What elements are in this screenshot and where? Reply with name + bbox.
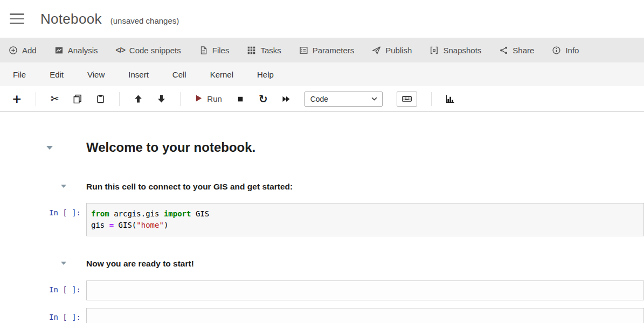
toolbar-divider [119, 92, 120, 106]
ribbon-item-label: Tasks [260, 46, 281, 55]
code-input-area[interactable] [86, 308, 644, 323]
copy-cell-button[interactable] [73, 94, 82, 103]
markdown-cell[interactable]: Now you are ready to start! [86, 258, 644, 269]
code-input-area[interactable] [86, 280, 644, 300]
ribbon-item-tasks[interactable]: Tasks [247, 46, 281, 55]
publish-icon [372, 46, 381, 55]
parameters-icon [299, 46, 308, 55]
toolbar-divider [180, 92, 181, 106]
cell-gutter [0, 139, 86, 156]
ribbon-item-label: Parameters [313, 46, 355, 55]
ribbon-item-info[interactable]: Info [552, 46, 579, 55]
section-title: Now you are ready to start! [86, 258, 644, 269]
ribbon-item-label: Publish [385, 46, 412, 55]
collapse-caret-icon[interactable] [61, 185, 66, 188]
input-prompt: In [ ]: [49, 208, 81, 217]
ribbon-item-label: Snapshots [443, 46, 481, 55]
input-prompt: In [ ]: [49, 285, 81, 294]
markdown-cell[interactable]: Welcome to your notebook. [86, 139, 644, 156]
scissors-icon: ✂ [50, 94, 59, 104]
markdown-subheading-row: Now you are ready to start! [0, 258, 644, 269]
markdown-heading-row: Welcome to your notebook. [0, 139, 644, 156]
run-cell-button[interactable]: Run [195, 94, 222, 103]
ribbon-item-files[interactable]: Files [199, 46, 230, 55]
files-icon [199, 46, 208, 55]
snapshots-icon [430, 46, 439, 55]
section-title: Run this cell to connect to your GIS and… [86, 181, 644, 192]
unsaved-changes-label: (unsaved changes) [110, 12, 179, 25]
ribbon-item-add[interactable]: Add [9, 46, 37, 55]
page-title: Notebook [40, 11, 102, 27]
code-cell-row: In [ ]: [0, 308, 644, 323]
ribbon-item-label: Code snippets [129, 46, 181, 55]
ribbon-item-share[interactable]: Share [499, 46, 534, 55]
move-cell-down-button[interactable] [157, 94, 166, 103]
chevron-down-icon [371, 97, 377, 101]
restart-kernel-button[interactable]: ↻ [259, 94, 268, 104]
code-line: from arcgis.gis import GIS [91, 208, 639, 220]
ribbon-item-parameters[interactable]: Parameters [299, 46, 355, 55]
ribbon-item-label: Info [565, 46, 579, 55]
menu-cell[interactable]: Cell [171, 68, 188, 81]
clipboard-icon [96, 94, 105, 103]
paste-cell-button[interactable] [96, 94, 105, 103]
cell-gutter: In [ ]: [0, 308, 86, 323]
markdown-subheading-row: Run this cell to connect to your GIS and… [0, 181, 644, 192]
arrow-up-icon [134, 94, 143, 103]
menu-help[interactable]: Help [256, 68, 275, 81]
arrow-down-icon [157, 94, 166, 103]
keyboard-icon [401, 94, 412, 103]
cell-gutter [0, 181, 86, 192]
ribbon-item-analysis[interactable]: Analysis [54, 46, 98, 55]
share-icon [499, 46, 508, 55]
command-palette-button[interactable] [397, 92, 417, 107]
plus-icon: + [12, 93, 22, 105]
cell-toolbar-button[interactable] [446, 94, 455, 103]
input-prompt: In [ ]: [49, 313, 81, 321]
cell-gutter: In [ ]: [0, 203, 86, 236]
code-input-area[interactable]: from arcgis.gis import GIS gis = GIS("ho… [86, 203, 644, 236]
menu-edit[interactable]: Edit [49, 68, 65, 81]
ribbon-item-code-snippets[interactable]: </> Code snippets [116, 46, 181, 55]
code-line: gis = GIS("home") [91, 220, 639, 231]
ribbon-item-snapshots[interactable]: Snapshots [430, 46, 481, 55]
app-header: Notebook (unsaved changes) [0, 0, 644, 38]
add-cell-button[interactable]: + [12, 93, 22, 105]
collapse-caret-icon[interactable] [46, 146, 53, 150]
copy-icon [73, 94, 82, 103]
cut-cell-button[interactable]: ✂ [50, 94, 59, 104]
markdown-cell[interactable]: Run this cell to connect to your GIS and… [86, 181, 644, 192]
move-cell-up-button[interactable] [134, 94, 143, 103]
notebook-toolbar: + ✂ [0, 86, 644, 112]
ribbon-item-label: Share [513, 46, 534, 55]
ribbon-item-label: Files [212, 46, 230, 55]
toolbar-divider [36, 92, 36, 106]
notebook-app: Notebook (unsaved changes) Add Analysis … [0, 0, 644, 323]
menu-kernel[interactable]: Kernel [209, 68, 234, 81]
code-cell-row: In [ ]: [0, 280, 644, 300]
add-icon [9, 46, 18, 55]
run-label: Run [207, 95, 222, 103]
hamburger-menu-icon[interactable] [10, 13, 24, 24]
ribbon-toolbar: Add Analysis </> Code snippets Files Tas… [0, 38, 644, 62]
menu-view[interactable]: View [86, 68, 106, 81]
toolbar-divider [431, 92, 432, 106]
menu-file[interactable]: File [12, 68, 27, 81]
restart-icon: ↻ [259, 94, 268, 104]
ribbon-item-publish[interactable]: Publish [372, 46, 412, 55]
ribbon-item-label: Add [22, 46, 37, 55]
info-icon [552, 46, 561, 55]
cell-type-select[interactable]: Code [304, 92, 383, 107]
menu-insert[interactable]: Insert [127, 68, 150, 81]
cell-gutter [0, 258, 86, 269]
collapse-caret-icon[interactable] [61, 262, 66, 265]
restart-run-all-button[interactable] [282, 95, 290, 103]
fast-forward-icon [282, 95, 290, 103]
menu-bar: File Edit View Insert Cell Kernel Help [0, 62, 644, 86]
cell-gutter: In [ ]: [0, 280, 86, 300]
interrupt-kernel-button[interactable] [236, 95, 245, 103]
code-cell-row: In [ ]: from arcgis.gis import GIS gis =… [0, 203, 644, 236]
notebook-heading: Welcome to your notebook. [86, 139, 644, 156]
cell-type-value: Code [310, 95, 328, 103]
code-snippets-icon: </> [116, 46, 125, 54]
